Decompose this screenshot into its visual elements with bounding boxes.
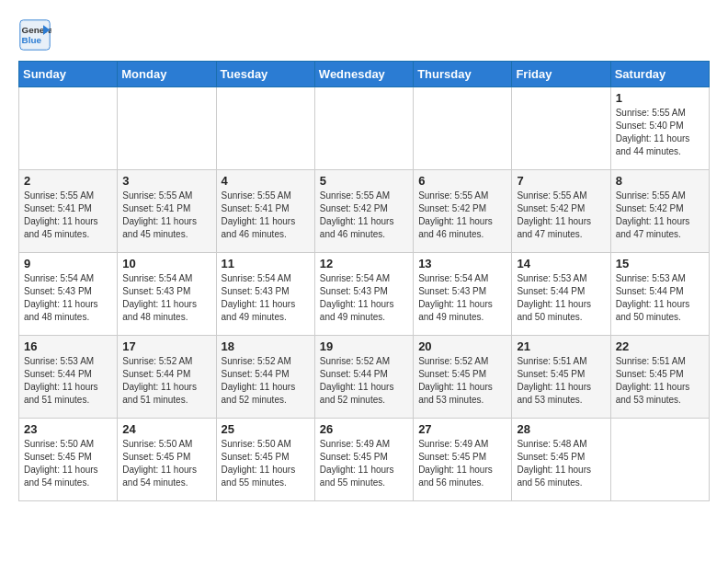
- logo-icon: General Blue: [18, 18, 51, 52]
- day-info: Sunrise: 5:54 AM Sunset: 5:43 PM Dayligh…: [24, 272, 112, 324]
- day-number: 20: [418, 339, 506, 353]
- day-info: Sunrise: 5:52 AM Sunset: 5:45 PM Dayligh…: [418, 355, 506, 407]
- day-info: Sunrise: 5:53 AM Sunset: 5:44 PM Dayligh…: [24, 355, 112, 407]
- calendar-weekday-friday: Friday: [512, 62, 610, 87]
- calendar-cell: 8Sunrise: 5:55 AM Sunset: 5:42 PM Daylig…: [610, 170, 709, 253]
- day-info: Sunrise: 5:52 AM Sunset: 5:44 PM Dayligh…: [320, 355, 408, 407]
- svg-text:Blue: Blue: [22, 35, 42, 45]
- logo: General Blue: [18, 18, 57, 52]
- calendar-cell: 17Sunrise: 5:52 AM Sunset: 5:44 PM Dayli…: [118, 336, 216, 419]
- calendar-cell: 14Sunrise: 5:53 AM Sunset: 5:44 PM Dayli…: [512, 253, 610, 336]
- calendar-cell: [118, 87, 216, 170]
- calendar-cell: 27Sunrise: 5:49 AM Sunset: 5:45 PM Dayli…: [414, 419, 512, 501]
- day-number: 15: [616, 257, 704, 270]
- day-number: 28: [517, 422, 605, 436]
- day-info: Sunrise: 5:55 AM Sunset: 5:41 PM Dayligh…: [24, 190, 112, 241]
- day-number: 5: [320, 174, 408, 188]
- calendar-cell: 6Sunrise: 5:55 AM Sunset: 5:42 PM Daylig…: [414, 170, 512, 253]
- day-info: Sunrise: 5:49 AM Sunset: 5:45 PM Dayligh…: [320, 438, 408, 489]
- day-number: 10: [122, 257, 210, 270]
- calendar-cell: 9Sunrise: 5:54 AM Sunset: 5:43 PM Daylig…: [19, 253, 118, 336]
- day-info: Sunrise: 5:54 AM Sunset: 5:43 PM Dayligh…: [222, 272, 310, 324]
- day-info: Sunrise: 5:55 AM Sunset: 5:42 PM Dayligh…: [517, 190, 605, 241]
- day-number: 14: [517, 257, 605, 270]
- day-number: 19: [320, 339, 408, 353]
- day-number: 11: [222, 257, 310, 270]
- calendar-cell: 20Sunrise: 5:52 AM Sunset: 5:45 PM Dayli…: [414, 336, 512, 419]
- day-info: Sunrise: 5:53 AM Sunset: 5:44 PM Dayligh…: [616, 272, 704, 324]
- day-info: Sunrise: 5:48 AM Sunset: 5:45 PM Dayligh…: [517, 438, 605, 489]
- calendar-cell: [610, 419, 709, 501]
- calendar-cell: 5Sunrise: 5:55 AM Sunset: 5:42 PM Daylig…: [314, 170, 413, 253]
- calendar-table: SundayMondayTuesdayWednesdayThursdayFrid…: [18, 61, 710, 501]
- day-info: Sunrise: 5:51 AM Sunset: 5:45 PM Dayligh…: [517, 355, 605, 407]
- calendar-cell: 2Sunrise: 5:55 AM Sunset: 5:41 PM Daylig…: [19, 170, 118, 253]
- calendar-cell: 7Sunrise: 5:55 AM Sunset: 5:42 PM Daylig…: [512, 170, 610, 253]
- day-number: 2: [24, 174, 112, 188]
- calendar-cell: 10Sunrise: 5:54 AM Sunset: 5:43 PM Dayli…: [118, 253, 216, 336]
- calendar-weekday-wednesday: Wednesday: [314, 62, 413, 87]
- calendar-cell: 25Sunrise: 5:50 AM Sunset: 5:45 PM Dayli…: [216, 419, 314, 501]
- calendar-cell: 19Sunrise: 5:52 AM Sunset: 5:44 PM Dayli…: [314, 336, 413, 419]
- day-info: Sunrise: 5:49 AM Sunset: 5:45 PM Dayligh…: [418, 438, 506, 489]
- day-info: Sunrise: 5:55 AM Sunset: 5:42 PM Dayligh…: [320, 190, 408, 241]
- day-number: 22: [616, 339, 704, 353]
- calendar-cell: 23Sunrise: 5:50 AM Sunset: 5:45 PM Dayli…: [19, 419, 118, 501]
- day-number: 7: [517, 174, 605, 188]
- calendar-cell: [314, 87, 413, 170]
- day-number: 21: [517, 339, 605, 353]
- header-row: SundayMondayTuesdayWednesdayThursdayFrid…: [19, 62, 710, 87]
- calendar-header: SundayMondayTuesdayWednesdayThursdayFrid…: [19, 62, 710, 87]
- day-info: Sunrise: 5:55 AM Sunset: 5:40 PM Dayligh…: [616, 107, 704, 158]
- day-number: 12: [320, 257, 408, 270]
- calendar-week-1: 1Sunrise: 5:55 AM Sunset: 5:40 PM Daylig…: [19, 87, 710, 170]
- calendar-cell: 28Sunrise: 5:48 AM Sunset: 5:45 PM Dayli…: [512, 419, 610, 501]
- day-info: Sunrise: 5:52 AM Sunset: 5:44 PM Dayligh…: [122, 355, 210, 407]
- day-info: Sunrise: 5:55 AM Sunset: 5:42 PM Dayligh…: [616, 190, 704, 241]
- page-header: General Blue: [18, 18, 710, 52]
- calendar-cell: 11Sunrise: 5:54 AM Sunset: 5:43 PM Dayli…: [216, 253, 314, 336]
- calendar-cell: 12Sunrise: 5:54 AM Sunset: 5:43 PM Dayli…: [314, 253, 413, 336]
- calendar-cell: 24Sunrise: 5:50 AM Sunset: 5:45 PM Dayli…: [118, 419, 216, 501]
- calendar-week-2: 2Sunrise: 5:55 AM Sunset: 5:41 PM Daylig…: [19, 170, 710, 253]
- day-number: 18: [222, 339, 310, 353]
- calendar-weekday-tuesday: Tuesday: [216, 62, 314, 87]
- calendar-week-4: 16Sunrise: 5:53 AM Sunset: 5:44 PM Dayli…: [19, 336, 710, 419]
- day-number: 3: [122, 174, 210, 188]
- calendar-cell: 15Sunrise: 5:53 AM Sunset: 5:44 PM Dayli…: [610, 253, 709, 336]
- calendar-cell: 21Sunrise: 5:51 AM Sunset: 5:45 PM Dayli…: [512, 336, 610, 419]
- day-info: Sunrise: 5:55 AM Sunset: 5:42 PM Dayligh…: [418, 190, 506, 241]
- calendar-weekday-sunday: Sunday: [19, 62, 118, 87]
- day-number: 17: [122, 339, 210, 353]
- calendar-cell: [512, 87, 610, 170]
- day-info: Sunrise: 5:54 AM Sunset: 5:43 PM Dayligh…: [320, 272, 408, 324]
- day-number: 25: [222, 422, 310, 436]
- day-number: 24: [122, 422, 210, 436]
- day-info: Sunrise: 5:55 AM Sunset: 5:41 PM Dayligh…: [222, 190, 310, 241]
- calendar-week-5: 23Sunrise: 5:50 AM Sunset: 5:45 PM Dayli…: [19, 419, 710, 501]
- day-number: 26: [320, 422, 408, 436]
- calendar-cell: [19, 87, 118, 170]
- calendar-weekday-monday: Monday: [118, 62, 216, 87]
- day-number: 13: [418, 257, 506, 270]
- calendar-cell: [216, 87, 314, 170]
- day-info: Sunrise: 5:50 AM Sunset: 5:45 PM Dayligh…: [122, 438, 210, 489]
- calendar-cell: 1Sunrise: 5:55 AM Sunset: 5:40 PM Daylig…: [610, 87, 709, 170]
- day-number: 4: [222, 174, 310, 188]
- calendar-weekday-thursday: Thursday: [414, 62, 512, 87]
- day-info: Sunrise: 5:54 AM Sunset: 5:43 PM Dayligh…: [418, 272, 506, 324]
- day-number: 6: [418, 174, 506, 188]
- day-info: Sunrise: 5:55 AM Sunset: 5:41 PM Dayligh…: [122, 190, 210, 241]
- day-number: 16: [24, 339, 112, 353]
- calendar-cell: 22Sunrise: 5:51 AM Sunset: 5:45 PM Dayli…: [610, 336, 709, 419]
- calendar-cell: 4Sunrise: 5:55 AM Sunset: 5:41 PM Daylig…: [216, 170, 314, 253]
- calendar-cell: 13Sunrise: 5:54 AM Sunset: 5:43 PM Dayli…: [414, 253, 512, 336]
- calendar-cell: [414, 87, 512, 170]
- day-number: 1: [616, 91, 704, 105]
- day-info: Sunrise: 5:54 AM Sunset: 5:43 PM Dayligh…: [122, 272, 210, 324]
- day-number: 9: [24, 257, 112, 270]
- calendar-week-3: 9Sunrise: 5:54 AM Sunset: 5:43 PM Daylig…: [19, 253, 710, 336]
- day-info: Sunrise: 5:50 AM Sunset: 5:45 PM Dayligh…: [24, 438, 112, 489]
- day-number: 27: [418, 422, 506, 436]
- calendar-weekday-saturday: Saturday: [610, 62, 709, 87]
